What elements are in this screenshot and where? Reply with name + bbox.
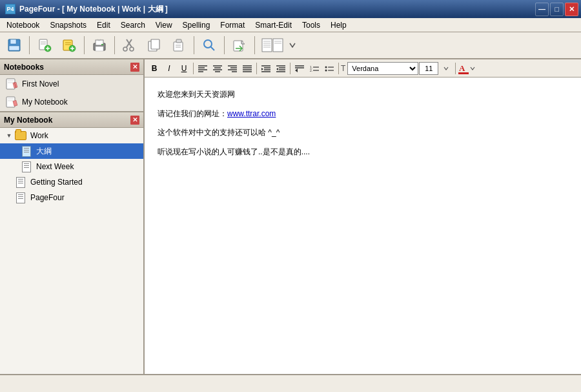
- tree-item-getting-started[interactable]: Getting Started: [0, 174, 143, 190]
- editor-line-2: 请记住我们的网址：www.ttrar.com: [158, 107, 568, 121]
- fmt-sep-5: [455, 63, 456, 74]
- align-left-button[interactable]: [196, 61, 210, 76]
- new-section-button[interactable]: [57, 34, 81, 56]
- page-layout-dropdown[interactable]: [288, 34, 297, 56]
- export-button[interactable]: [228, 34, 251, 56]
- notebooks-close-button[interactable]: ✕: [130, 63, 139, 72]
- toolbar-sep-5: [224, 36, 225, 54]
- notebook-label-my-notebook: My Notebook: [22, 98, 68, 107]
- mynotebook-title: My Notebook: [4, 116, 52, 125]
- toolbar-sep-2: [84, 36, 85, 54]
- menu-help[interactable]: Help: [325, 18, 352, 32]
- fmt-sep-2: [256, 63, 257, 74]
- close-button[interactable]: ✕: [565, 3, 578, 16]
- menu-edit[interactable]: Edit: [92, 18, 116, 32]
- svg-rect-25: [174, 42, 183, 51]
- notebooks-header: Notebooks ✕: [0, 59, 143, 75]
- minimize-button[interactable]: —: [535, 3, 549, 16]
- page-layout-button[interactable]: [258, 34, 287, 56]
- mynotebook-header: My Notebook ✕: [0, 112, 143, 128]
- menu-view[interactable]: View: [150, 18, 178, 32]
- svg-rect-18: [101, 44, 103, 45]
- svg-rect-85: [458, 72, 469, 74]
- mynotebook-close-button[interactable]: ✕: [130, 116, 139, 125]
- paste-button[interactable]: [167, 34, 190, 56]
- find-button[interactable]: [198, 34, 221, 56]
- fmt-sep-1: [193, 63, 194, 74]
- title-bar-left: P4 PageFour - [ My Notebook | Work | 大綱 …: [5, 4, 168, 15]
- print-button[interactable]: [88, 34, 111, 56]
- tree-toggle-work[interactable]: ▼: [5, 132, 13, 139]
- list-unordered-button[interactable]: [322, 61, 336, 76]
- align-justify-button[interactable]: [240, 61, 254, 76]
- save-button[interactable]: [3, 34, 26, 56]
- notebooks-title: Notebooks: [4, 63, 44, 72]
- editor-link[interactable]: www.ttrar.com: [227, 109, 276, 118]
- tree-label-getting-started: Getting Started: [30, 178, 83, 187]
- svg-text:A: A: [459, 63, 465, 73]
- new-notebook-button[interactable]: [33, 34, 56, 56]
- main-area: Notebooks ✕ First Novel: [0, 59, 581, 374]
- italic-button[interactable]: I: [162, 61, 176, 76]
- underline-button[interactable]: U: [177, 61, 191, 76]
- maximize-button[interactable]: □: [550, 3, 564, 16]
- menu-spelling[interactable]: Spelling: [178, 18, 216, 32]
- fmt-sep-3: [290, 63, 290, 74]
- svg-rect-26: [176, 39, 181, 43]
- svg-point-21: [123, 47, 127, 51]
- notebook-item-my-notebook[interactable]: My Notebook: [0, 93, 143, 111]
- page-icon-next-week: [21, 161, 32, 172]
- menu-tools[interactable]: Tools: [297, 18, 325, 32]
- svg-point-82: [325, 69, 327, 71]
- font-size-dropdown[interactable]: [439, 61, 453, 76]
- outdent-button[interactable]: [274, 61, 288, 76]
- toolbar-sep-3: [114, 36, 115, 54]
- editor-content[interactable]: 欢迎您来到天天资源网 请记住我们的网址：www.ttrar.com 这个软件对中…: [145, 77, 581, 374]
- tree-item-pagefour[interactable]: PageFour: [0, 190, 143, 205]
- menu-notebook[interactable]: Notebook: [1, 18, 45, 32]
- menu-smart-edit[interactable]: Smart-Edit: [250, 18, 297, 32]
- tree-label-pagefour: PageFour: [30, 193, 65, 202]
- font-select[interactable]: Verdana Arial Times New Roman: [347, 62, 418, 75]
- toolbar: [0, 32, 581, 59]
- more-indent-button[interactable]: [292, 61, 307, 76]
- tree-label-work: Work: [30, 131, 48, 140]
- menu-snapshots[interactable]: Snapshots: [45, 18, 92, 32]
- app-icon: P4: [5, 4, 15, 14]
- svg-point-22: [130, 47, 134, 51]
- bold-button[interactable]: B: [147, 61, 161, 76]
- align-center-button[interactable]: [210, 61, 225, 76]
- notebooks-section: Notebooks ✕ First Novel: [0, 59, 143, 112]
- tree-item-next-week[interactable]: Next Week: [0, 159, 143, 174]
- svg-rect-38: [273, 39, 283, 52]
- list-ordered-button[interactable]: 1.2.: [307, 61, 321, 76]
- svg-point-80: [325, 66, 327, 68]
- menu-search[interactable]: Search: [116, 18, 150, 32]
- tree-label-next-week: Next Week: [36, 162, 74, 171]
- font-color-button[interactable]: A: [458, 61, 476, 76]
- page-icon-dagang: [21, 145, 32, 157]
- align-right-button[interactable]: [225, 61, 240, 76]
- mynotebook-section: My Notebook ✕ ▼ Work 大綱: [0, 112, 143, 374]
- tree-item-dagang[interactable]: 大綱: [0, 143, 143, 159]
- tree-label-dagang: 大綱: [36, 146, 52, 157]
- copy-button[interactable]: [143, 34, 166, 56]
- font-size-input[interactable]: [419, 62, 438, 75]
- tree-item-work[interactable]: ▼ Work: [0, 128, 143, 143]
- toolbar-sep-1: [29, 36, 30, 54]
- toolbar-sep-6: [254, 36, 255, 54]
- notebook-item-first-novel[interactable]: First Novel: [0, 75, 143, 93]
- indent-button[interactable]: [259, 61, 273, 76]
- notebook-icon-first-novel: [5, 77, 18, 90]
- svg-rect-24: [151, 39, 159, 49]
- menu-format[interactable]: Format: [215, 18, 250, 32]
- title-bar: P4 PageFour - [ My Notebook | Work | 大綱 …: [0, 0, 581, 18]
- editor-line-4: 听说现在写小说的人可赚钱了..是不是真的....: [158, 145, 568, 160]
- status-bar: [0, 374, 581, 392]
- font-icon: T: [341, 64, 345, 73]
- fmt-sep-4: [338, 63, 339, 74]
- editor-line-3: 这个软件对中文的支持还可以哈 ^_^: [158, 126, 568, 140]
- notebook-label-first-novel: First Novel: [22, 79, 59, 88]
- cut-button[interactable]: [118, 34, 141, 56]
- tree-spacer-pf: [5, 194, 13, 201]
